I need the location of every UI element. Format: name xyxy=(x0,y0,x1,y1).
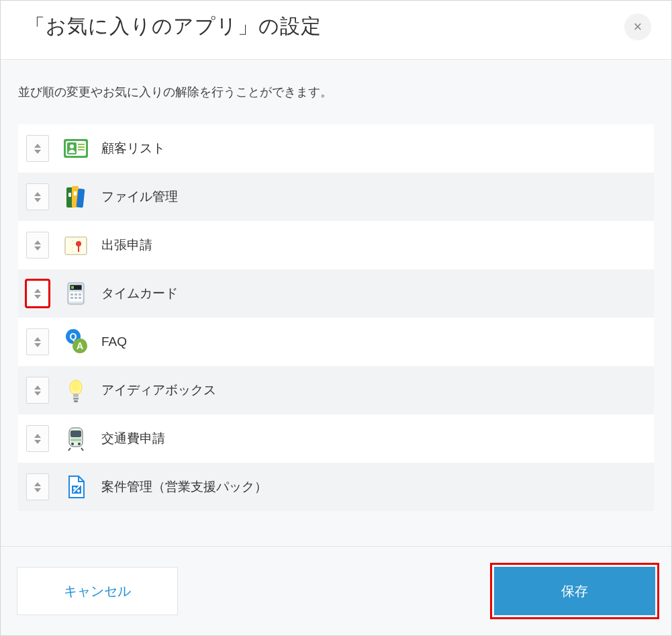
svg-rect-19 xyxy=(71,286,74,289)
close-icon: × xyxy=(634,18,642,36)
idea-icon xyxy=(61,375,91,405)
sort-down-icon xyxy=(34,488,41,492)
close-button[interactable]: × xyxy=(624,13,651,40)
sort-down-icon xyxy=(34,295,41,299)
sort-up-icon xyxy=(34,240,41,244)
sort-up-icon xyxy=(34,385,41,390)
svg-rect-23 xyxy=(79,293,81,296)
faq-icon: QA xyxy=(61,327,91,357)
sort-up-icon xyxy=(34,434,41,438)
timecard-icon xyxy=(61,279,91,308)
sort-up-icon xyxy=(34,289,41,293)
svg-point-43 xyxy=(77,490,80,492)
sort-up-icon xyxy=(34,337,41,341)
svg-rect-25 xyxy=(75,297,77,299)
svg-rect-12 xyxy=(65,237,87,255)
dialog-description: 並び順の変更やお気に入りの解除を行うことができます。 xyxy=(18,84,654,100)
sort-down-icon xyxy=(34,150,41,154)
dialog-body: 並び順の変更やお気に入りの解除を行うことができます。 顧客リストファイル管理出張… xyxy=(1,60,671,546)
sort-up-icon xyxy=(34,144,41,148)
dialog-footer: キャンセル 保存 xyxy=(1,546,671,635)
app-label: FAQ xyxy=(101,334,127,349)
app-row: 出張申請 xyxy=(18,221,654,269)
train-icon xyxy=(61,424,91,453)
drag-handle[interactable] xyxy=(26,232,49,259)
svg-rect-6 xyxy=(78,149,85,150)
svg-point-3 xyxy=(70,144,74,148)
svg-rect-34 xyxy=(73,398,79,400)
sort-down-icon xyxy=(34,440,41,444)
sort-up-icon xyxy=(34,192,41,196)
app-row: 交通費申請 xyxy=(18,414,654,463)
cancel-button[interactable]: キャンセル xyxy=(17,567,178,615)
sort-up-icon xyxy=(34,482,41,486)
svg-rect-26 xyxy=(79,297,81,299)
svg-rect-38 xyxy=(70,439,81,441)
trip-icon xyxy=(61,230,91,260)
save-button[interactable]: 保存 xyxy=(494,567,655,615)
app-row: 案件管理（営業支援パック） xyxy=(18,463,654,511)
app-label: タイムカード xyxy=(101,285,178,302)
svg-rect-11 xyxy=(74,191,77,195)
app-label: 案件管理（営業支援パック） xyxy=(101,478,267,496)
dialog-title: 「お気に入りのアプリ」の設定 xyxy=(25,13,322,40)
sort-down-icon xyxy=(34,392,41,396)
sort-down-icon xyxy=(34,246,41,251)
drag-handle[interactable] xyxy=(26,377,49,404)
contacts-icon xyxy=(61,134,91,163)
svg-point-39 xyxy=(71,443,74,445)
svg-text:A: A xyxy=(77,340,83,351)
favorite-apps-dialog: 「お気に入りのアプリ」の設定 × 並び順の変更やお気に入りの解除を行うことができ… xyxy=(0,0,672,636)
svg-rect-24 xyxy=(70,297,73,299)
dialog-header: 「お気に入りのアプリ」の設定 × xyxy=(1,1,671,60)
cancel-label: キャンセル xyxy=(64,582,131,600)
save-label: 保存 xyxy=(561,582,588,600)
app-row: QAFAQ xyxy=(18,318,654,366)
svg-rect-33 xyxy=(73,394,79,397)
app-row: アイディアボックス xyxy=(18,366,654,414)
app-label: ファイル管理 xyxy=(101,188,178,206)
sort-down-icon xyxy=(34,343,41,347)
files-icon xyxy=(61,182,91,212)
svg-rect-35 xyxy=(74,400,78,402)
project-icon xyxy=(61,472,91,502)
app-label: 顧客リスト xyxy=(101,140,165,157)
app-row: タイムカード xyxy=(18,269,654,318)
app-list: 顧客リストファイル管理出張申請タイムカードQAFAQアイディアボックス交通費申請… xyxy=(18,124,654,511)
app-label: 出張申請 xyxy=(101,236,152,254)
svg-rect-22 xyxy=(75,293,77,296)
sort-down-icon xyxy=(34,198,41,202)
app-label: 交通費申請 xyxy=(101,430,165,447)
svg-rect-15 xyxy=(78,244,79,252)
svg-rect-21 xyxy=(70,293,73,296)
svg-rect-4 xyxy=(78,144,85,145)
svg-rect-5 xyxy=(78,146,85,148)
svg-rect-37 xyxy=(70,430,81,437)
app-label: アイディアボックス xyxy=(101,381,216,399)
app-row: ファイル管理 xyxy=(18,173,654,221)
svg-point-40 xyxy=(78,443,81,445)
drag-handle[interactable] xyxy=(26,425,49,452)
svg-rect-10 xyxy=(68,193,71,197)
drag-handle[interactable] xyxy=(26,280,49,307)
drag-handle[interactable] xyxy=(26,328,49,355)
drag-handle[interactable] xyxy=(26,183,49,210)
drag-handle[interactable] xyxy=(26,135,49,162)
svg-point-32 xyxy=(72,381,80,392)
drag-handle[interactable] xyxy=(26,473,49,500)
app-row: 顧客リスト xyxy=(18,124,654,173)
